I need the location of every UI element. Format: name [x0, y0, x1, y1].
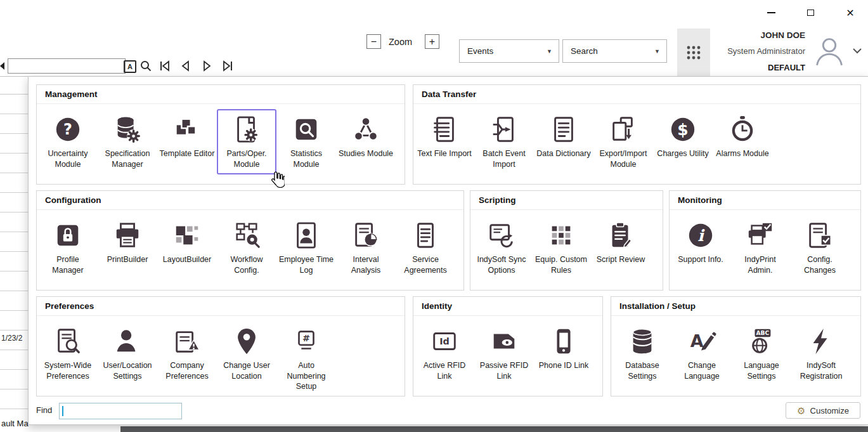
group-items: Database SettingsAChange LanguageABCLang… [611, 316, 860, 386]
module-item-studies-module[interactable]: Studies Module [336, 109, 396, 164]
indysoft-registration-icon [806, 325, 836, 358]
module-item-system-wide-preferences[interactable]: System-Wide Preferences [38, 321, 98, 386]
batch-event-import-icon [489, 113, 519, 146]
group-preferences: Preferences System-Wide PreferencesUser/… [36, 296, 405, 396]
record-search-input[interactable] [8, 58, 126, 74]
module-item-layoutbuilder[interactable]: LayoutBuilder [157, 215, 217, 270]
module-item-workflow-config[interactable]: Workflow Config. [217, 215, 276, 280]
window-maximize-button[interactable] [801, 5, 819, 20]
module-item-interval-analysis[interactable]: Interval Analysis [336, 215, 396, 280]
search-magnifier-icon[interactable] [139, 60, 152, 72]
config-changes-icon [805, 219, 834, 252]
support-info-icon: i [686, 219, 715, 252]
module-item-employee-time-log[interactable]: Employee Time Log [276, 215, 336, 280]
group-title: Management [37, 85, 405, 104]
module-item-label: Interval Analysis [338, 254, 394, 275]
group-items: ?Uncertainty ModuleSpecification Manager… [37, 104, 405, 174]
module-item-user-location-settings[interactable]: User/Location Settings [98, 321, 157, 386]
events-dropdown[interactable]: Events ▼ [459, 39, 559, 63]
module-item-label: Language Settings [734, 360, 789, 381]
nav-last-icon[interactable] [221, 60, 234, 72]
module-item-label: Passive RFID Link [476, 360, 532, 381]
zoom-out-icon: − [371, 36, 377, 48]
export-import-module-icon [609, 113, 638, 146]
cursor-hand-icon [271, 171, 285, 190]
module-item-profile-manager[interactable]: Profile Manager [38, 215, 98, 280]
module-item-change-language[interactable]: AChange Language [672, 321, 732, 386]
module-item-label: Config. Changes [792, 254, 848, 275]
group-management: Management ?Uncertainty ModuleSpecificat… [36, 84, 405, 185]
module-item-export-import-module[interactable]: Export/Import Module [593, 109, 653, 174]
module-item-label: Export/Import Module [595, 148, 651, 169]
charges-utility-icon: $ [668, 113, 697, 146]
script-review-icon [606, 219, 635, 252]
module-item-uncertainty-module[interactable]: ?Uncertainty Module [38, 109, 98, 174]
background-bottom-text: ault Ma [1, 419, 29, 428]
module-item-company-preferences[interactable]: Company Preferences [157, 321, 217, 386]
module-item-equip-custom-rules[interactable]: Equip. Custom Rules [531, 215, 591, 280]
module-item-template-editor[interactable]: Template Editor [157, 109, 217, 164]
module-item-database-settings[interactable]: Database Settings [612, 321, 672, 386]
module-item-active-rfid-link[interactable]: IdActive RFID Link [415, 321, 474, 386]
svg-text:ABC: ABC [756, 330, 770, 336]
zoom-in-button[interactable]: + [425, 34, 439, 49]
database-settings-icon [628, 325, 657, 358]
module-item-indyprint-admin[interactable]: IndyPrint Admin. [730, 215, 790, 280]
module-item-language-settings[interactable]: ABCLanguage Settings [732, 321, 791, 386]
module-item-label: Studies Module [339, 148, 393, 159]
find-input[interactable] [65, 404, 180, 418]
chevron-down-icon[interactable] [851, 44, 864, 57]
close-icon: ✕ [846, 7, 854, 19]
window-minimize-button[interactable] [762, 5, 780, 20]
group-title: Preferences [37, 297, 405, 316]
search-dropdown-value: Search [571, 46, 598, 56]
group-items: IndySoft Sync OptionsEquip. Custom Rules… [470, 210, 663, 280]
module-item-parts-oper-module[interactable]: Parts/Oper. Module [217, 109, 276, 174]
module-item-data-dictionary[interactable]: Data Dictionary [534, 109, 593, 164]
user-location-settings-icon [113, 325, 142, 358]
module-item-label: Database Settings [614, 360, 670, 381]
avatar-icon[interactable] [813, 34, 846, 67]
printbuilder-icon [113, 219, 142, 252]
module-item-auto-numbering-setup[interactable]: #Auto Numbering Setup [276, 321, 336, 397]
events-dropdown-value: Events [467, 46, 493, 56]
find-label: Find [36, 405, 52, 415]
data-dictionary-icon [549, 113, 578, 146]
window-close-button[interactable]: ✕ [841, 5, 859, 20]
module-item-printbuilder[interactable]: PrintBuilder [98, 215, 157, 270]
active-rfid-link-icon: Id [430, 325, 459, 358]
indyprint-admin-icon [746, 219, 775, 252]
customize-button[interactable]: ⚙ Customize [786, 402, 860, 419]
module-item-passive-rfid-link[interactable]: Passive RFID Link [474, 321, 534, 386]
module-item-text-file-import[interactable]: Text File Import [415, 109, 474, 164]
module-item-batch-event-import[interactable]: Batch Event Import [474, 109, 534, 174]
module-item-indysoft-registration[interactable]: IndySoft Registration [791, 321, 851, 386]
module-item-label: Workflow Config. [219, 254, 275, 275]
left-scroll-arrow-icon[interactable] [0, 62, 4, 70]
module-item-support-info[interactable]: iSupport Info. [671, 215, 730, 270]
module-item-label: Active RFID Link [417, 360, 472, 381]
module-item-charges-utility[interactable]: $Charges Utility [653, 109, 713, 164]
font-a-icon[interactable]: A [124, 60, 136, 73]
module-item-label: Statistics Module [278, 148, 334, 169]
module-item-phone-id-link[interactable]: Phone ID Link [534, 321, 593, 376]
module-item-label: User/Location Settings [100, 360, 155, 381]
module-item-config-changes[interactable]: Config. Changes [790, 215, 850, 280]
module-item-label: PrintBuilder [107, 254, 148, 265]
nav-next-icon[interactable] [200, 60, 213, 72]
module-item-indysoft-sync-options[interactable]: IndySoft Sync Options [472, 215, 531, 280]
module-item-specification-manager[interactable]: Specification Manager [98, 109, 157, 174]
module-item-script-review[interactable]: Script Review [591, 215, 651, 270]
text-file-import-icon [430, 113, 459, 146]
module-item-alarms-module[interactable]: Alarms Module [713, 109, 772, 164]
module-item-statistics-module[interactable]: Statistics Module [276, 109, 336, 174]
nav-prev-icon[interactable] [179, 60, 192, 72]
module-item-label: Support Info. [678, 254, 723, 265]
user-role: System Administrator [640, 46, 805, 56]
module-item-change-user-location[interactable]: Change User Location [217, 321, 276, 386]
module-item-label: Service Agreements [398, 254, 453, 275]
group-identity: Identity IdActive RFID LinkPassive RFID … [413, 296, 603, 396]
nav-first-icon[interactable] [159, 60, 171, 72]
module-item-service-agreements[interactable]: Service Agreements [396, 215, 455, 280]
zoom-out-button[interactable]: − [366, 34, 381, 49]
